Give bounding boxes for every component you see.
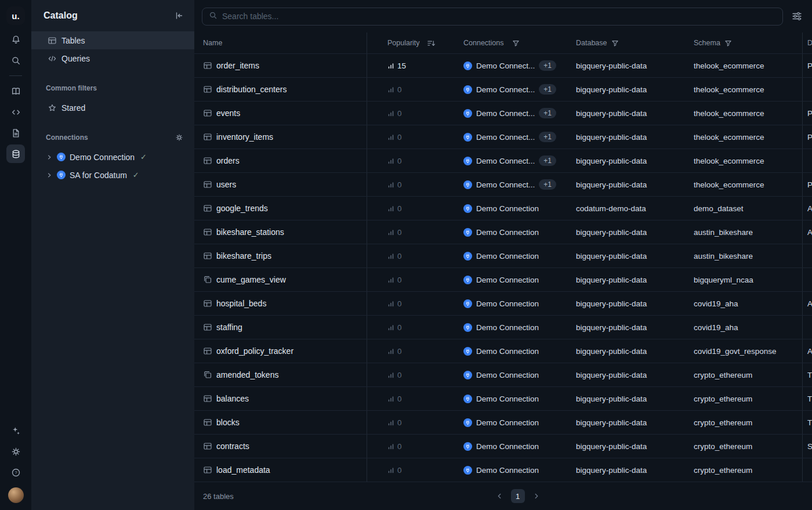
row-description-fragment: P <box>807 133 812 142</box>
table-row[interactable]: blocks 0 Demo Connection bigquery-public… <box>194 411 812 435</box>
sort-descending-icon[interactable] <box>427 39 436 48</box>
popularity-bars-icon <box>387 466 394 473</box>
popularity-bars-icon <box>387 157 394 164</box>
row-database: bigquery-public-data <box>576 157 647 165</box>
table-count: 26 tables <box>203 492 234 501</box>
connection-extra-badge[interactable]: +1 <box>539 108 556 118</box>
table-row[interactable]: balances 0 Demo Connection bigquery-publ… <box>194 387 812 411</box>
table-row[interactable]: events 0 Demo Connect... +1 bigquery-pub… <box>194 102 812 125</box>
column-header-name: Name <box>203 39 222 47</box>
row-schema: austin_bikeshare <box>694 252 753 261</box>
table-row[interactable]: oxford_policy_tracker 0 Demo Connection … <box>194 339 812 363</box>
row-popularity: 0 <box>397 276 402 284</box>
next-page-icon[interactable] <box>532 492 541 500</box>
user-avatar[interactable] <box>8 487 24 503</box>
chevron-right-icon[interactable] <box>46 154 53 161</box>
table-row[interactable]: contracts 0 Demo Connection bigquery-pub… <box>194 435 812 458</box>
connection-extra-badge[interactable]: +1 <box>539 132 556 142</box>
row-description-fragment: A <box>807 228 812 237</box>
sidebar-item-tables[interactable]: Tables <box>31 31 194 49</box>
table-row[interactable]: bikeshare_trips 0 Demo Connection bigque… <box>194 244 812 268</box>
row-name: bikeshare_stations <box>216 227 284 237</box>
row-description-fragment: T <box>807 371 812 379</box>
sidebar-item-label: Tables <box>61 36 85 45</box>
row-connection: Demo Connect... <box>476 157 535 165</box>
connections-settings-gear-icon[interactable] <box>172 131 186 144</box>
row-popularity: 0 <box>397 466 402 475</box>
search-tables-input[interactable] <box>222 12 776 21</box>
chevron-right-icon[interactable] <box>46 172 53 179</box>
filter-funnel-icon[interactable] <box>512 39 520 47</box>
settings-gear-icon[interactable] <box>6 442 25 461</box>
filter-sliders-icon[interactable] <box>789 9 804 24</box>
collapse-sidebar-icon[interactable] <box>172 9 186 23</box>
table-row[interactable]: distribution_centers 0 Demo Connect... +… <box>194 78 812 102</box>
table-row[interactable]: hospital_beds 0 Demo Connection bigquery… <box>194 292 812 316</box>
connection-item-sa-for-codatum[interactable]: SA for Codatum ✓ <box>31 166 194 184</box>
connection-extra-badge[interactable]: +1 <box>539 179 556 190</box>
pages-document-icon[interactable] <box>6 124 25 142</box>
row-database: bigquery-public-data <box>576 133 647 142</box>
connection-item-demo-connection[interactable]: Demo Connection ✓ <box>31 148 194 166</box>
row-description-fragment: S <box>807 442 812 451</box>
row-name: order_items <box>216 61 259 70</box>
row-popularity: 0 <box>397 299 402 308</box>
popularity-bars-icon <box>387 252 394 259</box>
table-row[interactable]: order_items 15 Demo Connect... +1 bigque… <box>194 54 812 78</box>
row-popularity: 0 <box>397 109 402 118</box>
catalog-sidebar: Catalog Tables Queries Common filters <box>31 0 194 510</box>
table-row[interactable]: cume_games_view 0 Demo Connection bigque… <box>194 268 812 292</box>
table-header: Name Popularity Connections Database <box>194 32 812 54</box>
connection-icon <box>463 157 472 165</box>
table-icon <box>203 156 212 165</box>
connection-extra-badge[interactable]: +1 <box>539 60 556 71</box>
row-schema: crypto_ethereum <box>694 371 752 379</box>
catalog-database-icon[interactable] <box>6 144 25 163</box>
row-schema: demo_dataset <box>694 204 744 213</box>
row-popularity: 0 <box>397 85 402 94</box>
row-database: bigquery-public-data <box>576 85 647 94</box>
row-schema: thelook_ecommerce <box>694 85 764 94</box>
sidebar-item-queries[interactable]: Queries <box>31 49 194 67</box>
global-search-icon[interactable] <box>6 51 25 70</box>
table-row[interactable]: load_metadata 0 Demo Connection bigquery… <box>194 458 812 482</box>
connection-extra-badge[interactable]: +1 <box>539 155 556 166</box>
filter-funnel-icon[interactable] <box>724 39 732 47</box>
notifications-bell-icon[interactable] <box>6 30 25 49</box>
connection-icon <box>463 228 472 237</box>
row-description-fragment: A <box>807 204 812 213</box>
row-database: bigquery-public-data <box>576 442 647 451</box>
table-row[interactable]: inventory_items 0 Demo Connect... +1 big… <box>194 125 812 149</box>
sidebar-nav: Tables Queries <box>31 31 194 67</box>
help-icon[interactable]: ? <box>6 463 25 482</box>
row-name: oxford_policy_tracker <box>216 346 293 356</box>
svg-text:?: ? <box>14 470 17 475</box>
section-label: Connections <box>46 133 88 142</box>
popularity-bars-icon <box>387 181 394 188</box>
current-page-button[interactable]: 1 <box>511 489 525 503</box>
row-name: orders <box>216 156 240 165</box>
table-row[interactable]: google_trends 0 Demo Connection codatum-… <box>194 197 812 220</box>
ai-sparkles-icon[interactable] <box>6 421 25 440</box>
prev-page-icon[interactable] <box>495 492 503 500</box>
popularity-bars-icon <box>387 276 394 283</box>
connection-extra-badge[interactable]: +1 <box>539 84 556 95</box>
table-row[interactable]: amended_tokens 0 Demo Connection bigquer… <box>194 363 812 387</box>
row-popularity: 0 <box>397 157 402 165</box>
docs-book-icon[interactable] <box>6 82 25 100</box>
row-description-fragment: P <box>807 62 812 70</box>
sidebar-item-stared[interactable]: Stared <box>31 99 194 117</box>
filter-funnel-icon[interactable] <box>611 39 619 47</box>
table-row[interactable]: bikeshare_stations 0 Demo Connection big… <box>194 220 812 244</box>
code-snippets-icon[interactable] <box>6 103 25 121</box>
table-row[interactable]: orders 0 Demo Connect... +1 bigquery-pub… <box>194 149 812 173</box>
table-grid-icon <box>48 36 57 45</box>
connection-icon <box>463 323 472 332</box>
search-tables-box[interactable] <box>202 8 783 26</box>
table-row[interactable]: staffing 0 Demo Connection bigquery-publ… <box>194 316 812 339</box>
table-icon <box>203 227 212 237</box>
app-logo[interactable]: u. <box>6 6 25 25</box>
table-row[interactable]: users 0 Demo Connect... +1 bigquery-publ… <box>194 173 812 197</box>
row-schema: crypto_ethereum <box>694 418 752 427</box>
row-description-fragment: P <box>807 109 812 118</box>
